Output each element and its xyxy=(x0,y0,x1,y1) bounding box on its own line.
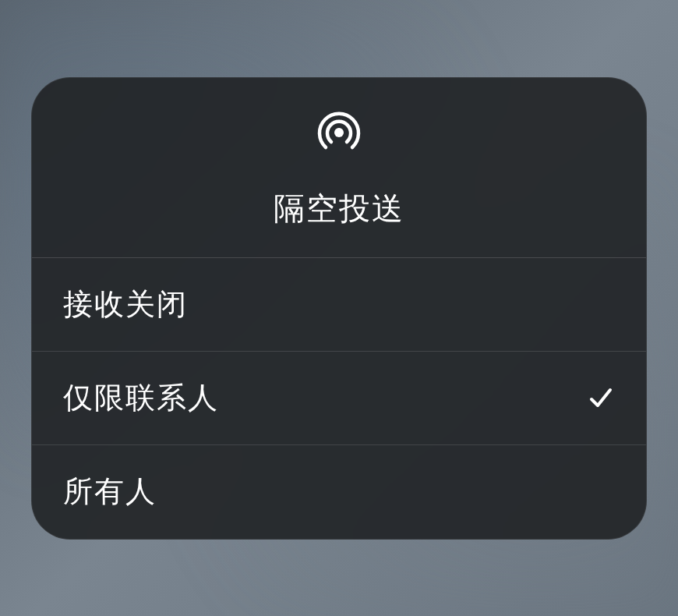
airdrop-panel: 隔空投送 接收关闭 仅限联系人 所有人 xyxy=(31,77,647,540)
option-label: 所有人 xyxy=(63,472,157,512)
svg-point-0 xyxy=(334,128,344,137)
checkmark-icon xyxy=(587,384,615,412)
option-everyone[interactable]: 所有人 xyxy=(32,445,646,539)
panel-title: 隔空投送 xyxy=(274,187,404,230)
option-receiving-off[interactable]: 接收关闭 xyxy=(32,258,646,352)
option-label: 接收关闭 xyxy=(63,285,188,324)
option-contacts-only[interactable]: 仅限联系人 xyxy=(32,352,646,445)
panel-header: 隔空投送 xyxy=(32,78,646,258)
airdrop-icon xyxy=(316,109,362,156)
option-label: 仅限联系人 xyxy=(63,378,219,418)
